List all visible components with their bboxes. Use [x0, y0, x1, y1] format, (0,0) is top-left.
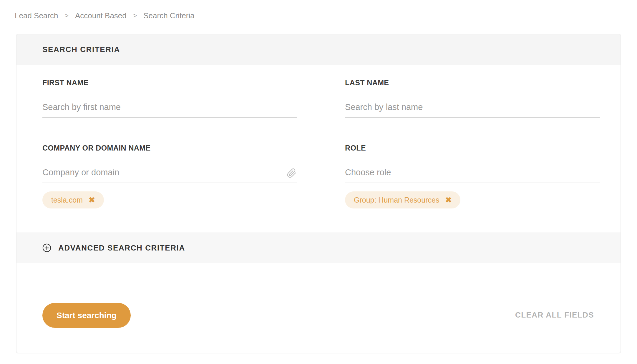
last-name-label: LAST NAME	[345, 79, 600, 87]
last-name-input[interactable]	[345, 102, 600, 118]
search-criteria-card: SEARCH CRITERIA FIRST NAME LAST NAME COM…	[16, 34, 621, 353]
card-footer: Start searching CLEAR ALL FIELDS	[16, 263, 621, 353]
card-header: SEARCH CRITERIA	[16, 34, 621, 65]
first-name-label: FIRST NAME	[42, 79, 297, 87]
company-label: COMPANY OR DOMAIN NAME	[42, 144, 297, 152]
start-searching-button[interactable]: Start searching	[42, 303, 131, 328]
breadcrumb-item-lead-search[interactable]: Lead Search	[15, 11, 58, 20]
advanced-search-toggle[interactable]: ADVANCED SEARCH CRITERIA	[16, 233, 621, 263]
breadcrumb-item-account-based[interactable]: Account Based	[75, 11, 127, 20]
paperclip-icon[interactable]	[287, 168, 297, 178]
breadcrumb-separator-icon: >	[64, 12, 68, 20]
role-input[interactable]	[345, 168, 600, 183]
advanced-search-label: ADVANCED SEARCH CRITERIA	[58, 243, 185, 253]
breadcrumb-separator-icon: >	[133, 12, 137, 20]
company-input[interactable]	[42, 168, 297, 183]
role-tag-label: Group: Human Resources	[354, 196, 439, 204]
breadcrumb-item-search-criteria: Search Criteria	[143, 11, 194, 20]
role-label: ROLE	[345, 144, 600, 152]
first-name-field-group: FIRST NAME	[42, 79, 297, 118]
role-tag: Group: Human Resources ✖	[345, 191, 460, 208]
page-title: SEARCH CRITERIA	[42, 45, 120, 54]
clear-all-fields-button[interactable]: CLEAR ALL FIELDS	[515, 310, 594, 320]
company-tag-label: tesla.com	[51, 196, 83, 204]
company-field-group: COMPANY OR DOMAIN NAME tesla.com ✖	[42, 144, 297, 208]
role-tag-row: Group: Human Resources ✖	[345, 191, 600, 208]
company-tag-remove-icon[interactable]: ✖	[89, 196, 95, 204]
company-tag-row: tesla.com ✖	[42, 191, 297, 208]
breadcrumb: Lead Search > Account Based > Search Cri…	[15, 11, 195, 20]
last-name-field-group: LAST NAME	[345, 79, 600, 118]
role-field-group: ROLE Group: Human Resources ✖	[345, 144, 600, 208]
plus-circle-icon	[42, 243, 51, 252]
role-tag-remove-icon[interactable]: ✖	[445, 196, 452, 204]
first-name-input[interactable]	[42, 102, 297, 118]
company-tag: tesla.com ✖	[42, 191, 104, 208]
